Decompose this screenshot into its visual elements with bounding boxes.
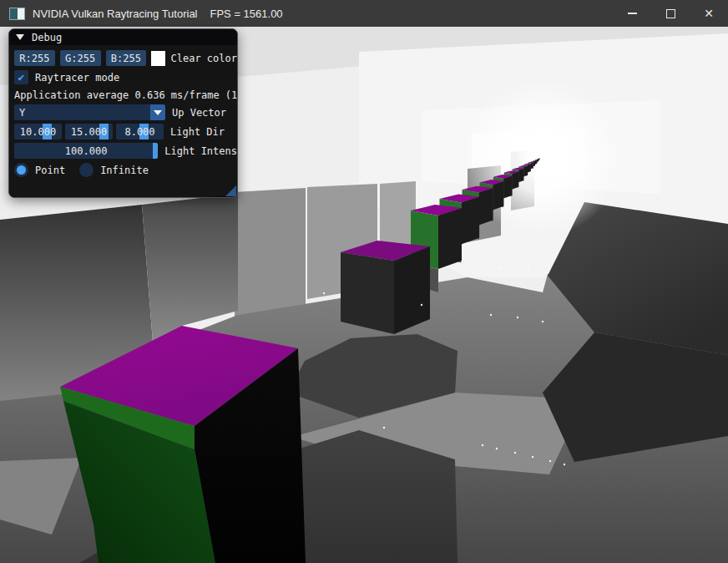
close-icon: ✕ <box>704 8 714 19</box>
light-dir-z-value: 8.000 <box>124 126 154 138</box>
collapse-icon <box>16 34 24 40</box>
app-icon <box>9 8 25 20</box>
combo-arrow-button[interactable] <box>150 104 165 120</box>
light-intensity-value: 100.000 <box>65 145 108 157</box>
window-controls: ✕ <box>613 0 728 27</box>
clear-color-swatch[interactable] <box>151 51 164 66</box>
blue-button[interactable]: B:255 <box>106 50 147 66</box>
point-light-label: Point <box>35 165 65 176</box>
blue-button-label: B:255 <box>111 53 141 64</box>
slider-grab[interactable] <box>153 143 158 159</box>
infinite-light-radio[interactable] <box>79 163 94 177</box>
infinite-light-label: Infinite <box>100 165 149 176</box>
debug-panel: Debug R:255 G:255 B:255 Clear color ✔ Ra… <box>8 28 238 198</box>
red-button[interactable]: R:255 <box>14 50 55 66</box>
frame-stats-text: Application average 0.636 ms/frame (15 <box>14 89 238 101</box>
window-title: NVIDIA Vulkan Raytracing Tutorial <box>33 8 198 20</box>
maximize-icon <box>666 9 675 18</box>
minimize-button[interactable] <box>613 0 651 27</box>
minimize-icon <box>628 13 637 14</box>
green-button-label: G:255 <box>65 53 95 64</box>
up-vector-combo[interactable]: Y <box>14 104 165 120</box>
light-dir-y-value: 15.000 <box>71 126 107 138</box>
raytracer-label: Raytracer mode <box>35 72 119 84</box>
maximize-button[interactable] <box>651 0 690 27</box>
light-intensity-slider[interactable]: 100.000 <box>14 143 158 159</box>
light-dir-z-field[interactable]: 8.000 <box>116 124 164 139</box>
light-dir-y-field[interactable]: 15.000 <box>65 124 113 139</box>
panel-title: Debug <box>32 32 62 43</box>
up-vector-label: Up Vector <box>172 107 226 119</box>
raytracer-checkbox[interactable]: ✔ <box>14 70 28 84</box>
point-light-radio[interactable] <box>14 163 28 177</box>
light-dir-x-value: 10.000 <box>20 126 56 138</box>
light-dir-label: Light Dir <box>170 126 225 138</box>
green-button[interactable]: G:255 <box>60 50 101 66</box>
red-button-label: R:255 <box>19 53 49 64</box>
middle-cube <box>341 241 430 334</box>
chevron-down-icon <box>154 110 162 115</box>
clear-color-label: Clear color <box>171 53 237 64</box>
debug-panel-header[interactable]: Debug <box>9 29 237 45</box>
fps-counter: FPS = 1561.00 <box>210 8 283 20</box>
light-intensity-label: Light Intens <box>164 145 237 157</box>
close-button[interactable]: ✕ <box>690 0 728 27</box>
panel-resize-grip[interactable] <box>225 185 236 196</box>
window-titlebar: NVIDIA Vulkan Raytracing Tutorial FPS = … <box>0 0 728 27</box>
light-dir-x-field[interactable]: 10.000 <box>14 124 62 139</box>
up-vector-value: Y <box>19 107 25 119</box>
